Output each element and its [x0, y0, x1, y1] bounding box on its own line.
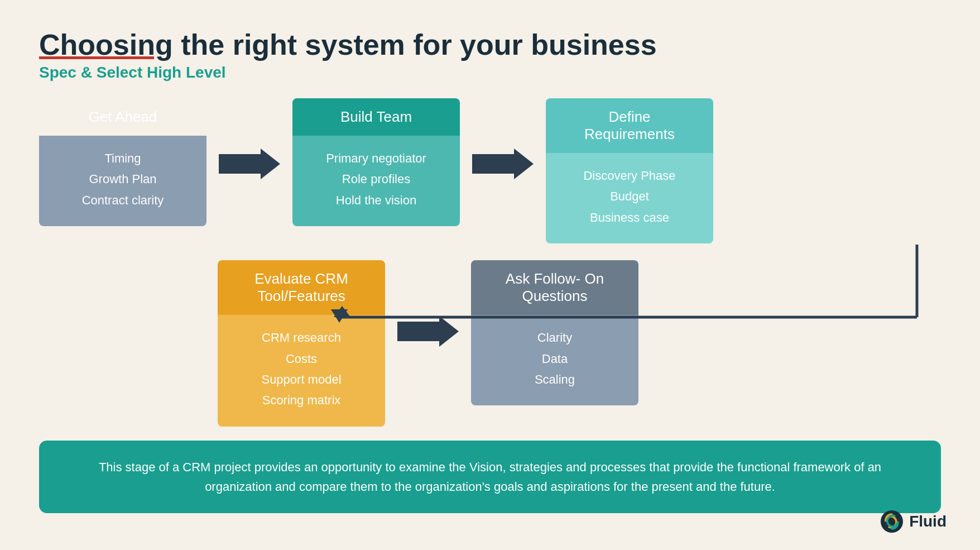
evaluate-crm-header: Evaluate CRM Tool/Features — [218, 260, 385, 315]
fluid-logo-icon — [880, 510, 904, 533]
subtitle: Spec & Select High Level — [39, 64, 941, 82]
get-ahead-body: Timing Growth Plan Contract clarity — [39, 136, 206, 226]
evaluate-crm-item-2: Costs — [229, 348, 374, 369]
get-ahead-header: Get Ahead — [39, 98, 206, 136]
ask-follow-on-box: Ask Follow- On Questions Clarity Data Sc… — [471, 260, 638, 405]
evaluate-crm-body: CRM research Costs Support model Scoring… — [218, 315, 385, 427]
build-team-header: Build Team — [292, 98, 460, 136]
page: Choosing the right system for your busin… — [0, 0, 980, 550]
arrow-1 — [219, 149, 280, 181]
footer-box: This stage of a CRM project provides an … — [39, 441, 941, 513]
evaluate-crm-item-3: Support model — [229, 369, 374, 390]
get-ahead-item-3: Contract clarity — [50, 190, 195, 211]
build-team-item-1: Primary negotiator — [304, 148, 449, 169]
main-title: Choosing the right system for your busin… — [39, 28, 941, 61]
get-ahead-item-1: Timing — [50, 148, 195, 169]
define-req-item-2: Budget — [557, 186, 702, 207]
footer-text: This stage of a CRM project provides an … — [67, 457, 913, 496]
l-connector-svg — [830, 99, 942, 323]
define-req-item-3: Business case — [557, 207, 702, 228]
svg-marker-1 — [472, 149, 534, 179]
ask-follow-on-item-2: Data — [482, 348, 627, 369]
get-ahead-box: Get Ahead Timing Growth Plan Contract cl… — [39, 98, 206, 226]
build-team-item-2: Role profiles — [304, 169, 449, 189]
ask-follow-on-header: Ask Follow- On Questions — [471, 260, 638, 315]
arrow-3 — [397, 316, 459, 349]
svg-marker-6 — [397, 316, 459, 347]
define-requirements-body: Discovery Phase Budget Business case — [546, 153, 713, 243]
ask-follow-on-body: Clarity Data Scaling — [471, 315, 638, 405]
svg-marker-0 — [219, 149, 280, 179]
evaluate-crm-box: Evaluate CRM Tool/Features CRM research … — [218, 260, 385, 427]
build-team-body: Primary negotiator Role profiles Hold th… — [292, 136, 460, 226]
title-word-choosing: Choosing — [39, 28, 173, 61]
define-requirements-box: Define Requirements Discovery Phase Budg… — [546, 98, 713, 243]
define-req-item-1: Discovery Phase — [557, 165, 702, 186]
arrow-2 — [472, 149, 534, 181]
evaluate-crm-item-1: CRM research — [229, 327, 374, 348]
fluid-logo: Fluid — [880, 510, 947, 533]
get-ahead-item-2: Growth Plan — [50, 169, 195, 189]
evaluate-crm-item-4: Scoring matrix — [229, 390, 374, 410]
build-team-box: Build Team Primary negotiator Role profi… — [292, 98, 460, 226]
fluid-logo-text: Fluid — [909, 513, 947, 530]
title-rest: the right system for your business — [173, 28, 657, 61]
define-requirements-header: Define Requirements — [546, 98, 713, 153]
top-row: Get Ahead Timing Growth Plan Contract cl… — [39, 98, 941, 243]
build-team-item-3: Hold the vision — [304, 190, 449, 211]
ask-follow-on-item-3: Scaling — [482, 369, 627, 390]
ask-follow-on-item-1: Clarity — [482, 327, 627, 348]
